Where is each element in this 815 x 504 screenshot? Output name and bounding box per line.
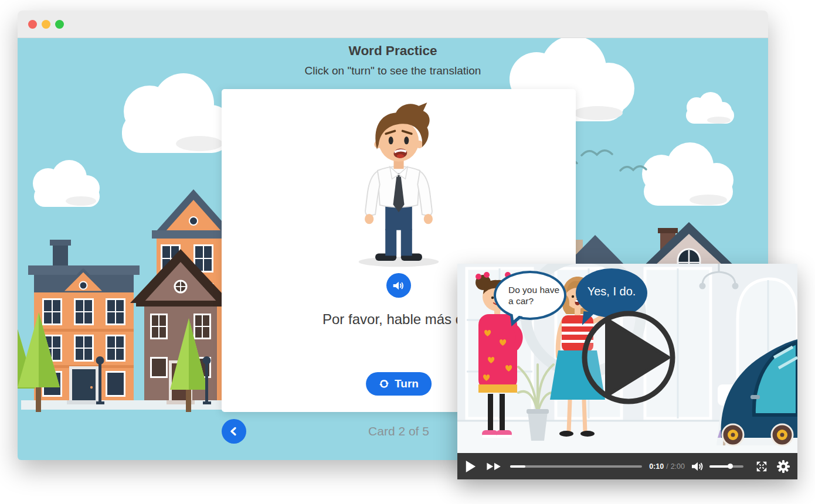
volume-handle[interactable] <box>728 464 733 469</box>
video-scene: Do you have a car? Yes, I do. <box>457 264 797 453</box>
duration: 2:00 <box>671 462 685 471</box>
previous-card-button[interactable] <box>222 419 246 444</box>
progress-played <box>510 465 525 468</box>
card-pagination: Card 2 of 5 <box>340 424 457 438</box>
page-title: Word Practice <box>18 43 768 59</box>
cartoon-man-illustration <box>343 93 454 271</box>
turn-button[interactable]: Turn <box>366 372 432 396</box>
zoom-window-button[interactable] <box>55 20 64 29</box>
fast-forward-icon[interactable] <box>485 461 503 472</box>
video-player: Do you have a car? Yes, I do. 0:10/2:00 <box>457 264 797 479</box>
time-display: 0:10/2:00 <box>649 462 685 471</box>
refresh-icon <box>379 379 389 389</box>
volume-icon[interactable] <box>691 461 705 472</box>
page-subtitle: Click on "turn" to see the translation <box>18 64 768 77</box>
progress-bar[interactable] <box>510 465 642 468</box>
settings-gear-icon[interactable] <box>776 459 790 474</box>
speech-bubble-question: Do you have a car? <box>494 271 566 320</box>
time-separator: / <box>666 462 668 471</box>
window-titlebar <box>18 11 768 38</box>
chevron-left-icon <box>229 426 239 437</box>
fullscreen-icon[interactable] <box>755 460 768 473</box>
close-window-button[interactable] <box>28 20 37 29</box>
speaker-icon <box>392 280 405 291</box>
birds-icon <box>568 151 646 171</box>
minimize-window-button[interactable] <box>42 20 50 29</box>
turn-button-label: Turn <box>395 377 419 390</box>
volume-slider[interactable] <box>709 465 743 468</box>
video-control-bar: 0:10/2:00 <box>457 453 797 479</box>
current-time: 0:10 <box>649 462 664 471</box>
audio-speaker-button[interactable] <box>386 273 411 298</box>
play-icon[interactable] <box>464 459 476 474</box>
big-play-button[interactable] <box>579 308 678 407</box>
